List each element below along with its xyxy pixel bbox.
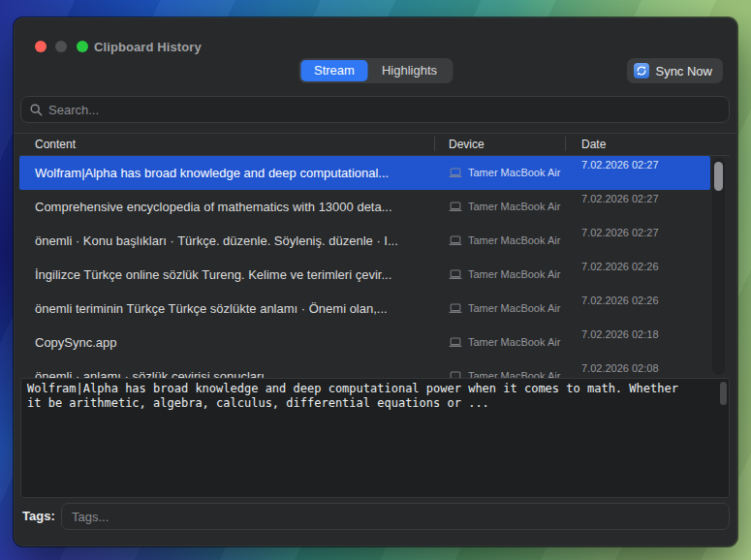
row-device: Tamer MacBook Air xyxy=(449,167,560,178)
row-date: 7.02.2026 02:27 xyxy=(581,193,659,204)
row-date: 7.02.2026 02:27 xyxy=(581,159,659,171)
row-device: Tamer MacBook Air xyxy=(449,302,560,314)
row-date: 7.02.2026 02:08 xyxy=(581,362,659,374)
close-button[interactable] xyxy=(35,41,47,52)
row-content: CopySync.app xyxy=(35,335,426,352)
table-row[interactable]: CopySync.app Tamer MacBook Air 7.02.2026… xyxy=(19,326,710,359)
laptop-icon xyxy=(449,202,462,212)
column-header-content[interactable]: Content xyxy=(35,138,76,151)
row-date: 7.02.2026 02:26 xyxy=(581,261,659,272)
table-body: Wolfram|Alpha has broad knowledge and de… xyxy=(19,156,710,378)
column-header-date[interactable]: Date xyxy=(581,138,606,151)
table-row[interactable]: önemli · Konu başlıkları · Türkçe. düzen… xyxy=(19,224,710,258)
minimize-button[interactable] xyxy=(55,41,67,52)
row-device: Tamer MacBook Air xyxy=(449,370,560,378)
view-segmented-control: Stream Highlights xyxy=(298,58,453,83)
column-header-device[interactable]: Device xyxy=(449,138,485,151)
row-content: İngilizce Türkçe online sözlük Tureng. K… xyxy=(35,267,426,284)
scrollbar-thumb[interactable] xyxy=(714,162,723,191)
laptop-icon xyxy=(449,303,462,314)
tab-highlights[interactable]: Highlights xyxy=(368,60,451,81)
window-title: Clipboard History xyxy=(94,40,202,54)
laptop-icon xyxy=(449,337,462,348)
table-row[interactable]: Comprehensive encyclopedia of mathematic… xyxy=(19,190,710,224)
sync-icon xyxy=(634,63,649,78)
tab-stream[interactable]: Stream xyxy=(300,60,368,81)
row-device: Tamer MacBook Air xyxy=(449,201,560,212)
table-row[interactable]: İngilizce Türkçe online sözlük Tureng. K… xyxy=(19,258,710,292)
tags-input[interactable]: Tags... xyxy=(61,503,730,530)
column-separator xyxy=(434,137,435,151)
row-content: önemli teriminin Türkçe Türkçe sözlükte … xyxy=(35,301,426,318)
row-date: 7.02.2026 02:26 xyxy=(581,295,659,306)
row-content: Wolfram|Alpha has broad knowledge and de… xyxy=(35,166,426,182)
row-date: 7.02.2026 02:18 xyxy=(581,328,659,340)
title-bar: Clipboard History xyxy=(14,17,737,52)
preview-scrollbar-thumb[interactable] xyxy=(720,382,727,405)
preview-pane[interactable]: Wolfram|Alpha has broad knowledge and de… xyxy=(20,378,730,498)
row-date: 7.02.2026 02:27 xyxy=(581,227,659,238)
laptop-icon xyxy=(449,371,462,379)
app-window: Clipboard History Stream Highlights Sync… xyxy=(14,17,737,546)
laptop-icon xyxy=(449,235,462,246)
table-row[interactable]: önemli · anlamı · sözlük çevirisi sonuçl… xyxy=(19,359,710,378)
row-device: Tamer MacBook Air xyxy=(449,234,560,246)
row-content: önemli · anlamı · sözlük çevirisi sonuçl… xyxy=(35,369,426,378)
list-scrollbar[interactable] xyxy=(712,158,725,375)
search-input[interactable]: Search... xyxy=(20,96,730,123)
zoom-button[interactable] xyxy=(77,41,88,52)
table-header: Content Device Date xyxy=(19,134,710,155)
sync-now-button[interactable]: Sync Now xyxy=(627,58,723,83)
sync-now-label: Sync Now xyxy=(655,64,712,78)
search-icon xyxy=(30,104,43,116)
table-row[interactable]: önemli teriminin Türkçe Türkçe sözlükte … xyxy=(19,292,710,326)
row-content: Comprehensive encyclopedia of mathematic… xyxy=(35,200,426,216)
table-row[interactable]: Wolfram|Alpha has broad knowledge and de… xyxy=(19,156,710,190)
search-placeholder: Search... xyxy=(48,103,99,117)
laptop-icon xyxy=(449,269,462,280)
tags-label: Tags: xyxy=(22,509,55,523)
row-content: önemli · Konu başlıkları · Türkçe. düzen… xyxy=(35,233,426,250)
tags-placeholder: Tags... xyxy=(72,510,109,524)
column-separator xyxy=(565,137,566,151)
row-device: Tamer MacBook Air xyxy=(449,268,560,280)
row-device: Tamer MacBook Air xyxy=(449,336,560,348)
laptop-icon xyxy=(449,168,462,178)
